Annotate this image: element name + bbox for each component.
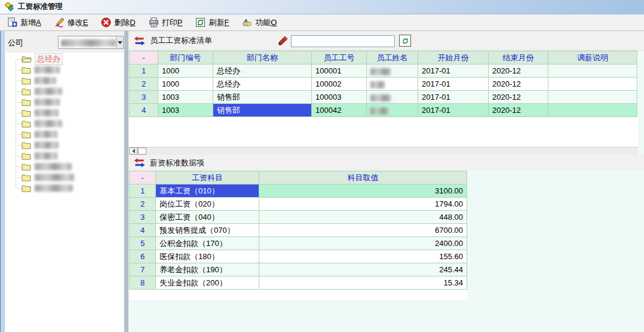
tree-item-blurred[interactable]: [5, 118, 124, 129]
table-row-selected: 1 基本工资（010） 3100.00: [130, 185, 467, 198]
cell-dept-code[interactable]: 1000: [158, 78, 213, 91]
cell-subject[interactable]: 养老金扣款（190）: [156, 263, 259, 276]
cell-salary-note[interactable]: [548, 78, 637, 91]
cell-subject[interactable]: 岗位工资（020）: [156, 198, 259, 211]
scrollbar-thumb[interactable]: [138, 147, 146, 155]
column-header-start-month[interactable]: 开始月份: [418, 51, 489, 64]
cell-end-month[interactable]: 2020-12: [489, 78, 548, 91]
cell-value[interactable]: 6700.00: [259, 224, 467, 237]
cell-emp-no[interactable]: 100042: [312, 104, 367, 117]
delete-button-label: 删除D: [114, 17, 135, 28]
function-button[interactable]: 功能O: [240, 16, 279, 30]
row-number[interactable]: 6: [130, 250, 156, 263]
row-number[interactable]: 5: [130, 237, 156, 250]
refresh-button[interactable]: 刷新F: [193, 16, 231, 30]
column-header-value[interactable]: 科目取值: [259, 171, 467, 185]
tree-item-blurred[interactable]: [5, 97, 124, 107]
company-combobox[interactable]: [58, 36, 124, 49]
tree-item-general-office[interactable]: 总经办: [5, 54, 124, 64]
column-header-salary-note[interactable]: 调薪说明: [548, 51, 637, 64]
tree-item-blurred[interactable]: [5, 150, 124, 161]
row-number[interactable]: 4: [130, 104, 158, 117]
chevron-down-icon[interactable]: [116, 36, 123, 48]
corner-header[interactable]: -: [130, 171, 156, 185]
column-header-emp-no[interactable]: 员工工号: [312, 51, 367, 64]
tree-item-blurred[interactable]: [5, 161, 124, 172]
print-button-label: 打印P: [162, 17, 183, 28]
row-number[interactable]: 8: [130, 276, 156, 290]
cell-subject[interactable]: 保密工资（040）: [156, 211, 259, 224]
tree-item-blurred[interactable]: [5, 129, 124, 140]
column-header-dept-name[interactable]: 部门名称: [213, 51, 312, 64]
cell-emp-no[interactable]: 100003: [312, 91, 367, 104]
cell-emp-name[interactable]: [367, 64, 418, 78]
cell-subject[interactable]: 预发销售提成（070）: [156, 224, 259, 237]
print-button[interactable]: 打印P: [146, 16, 185, 30]
row-number[interactable]: 1: [130, 64, 158, 78]
row-number[interactable]: 4: [130, 224, 156, 237]
cell-dept-name[interactable]: 总经办: [213, 64, 312, 78]
cell-value[interactable]: 245.44: [259, 263, 467, 276]
cell-end-month[interactable]: 2020-12: [489, 104, 548, 117]
cell-value[interactable]: 15.34: [259, 276, 467, 290]
column-header-subject[interactable]: 工资科目: [156, 171, 259, 185]
cell-value[interactable]: 155.60: [259, 250, 467, 263]
cell-start-month[interactable]: 2017-01: [418, 78, 489, 91]
cell-value[interactable]: 3100.00: [259, 185, 467, 198]
corner-header[interactable]: -: [130, 51, 158, 64]
search-refresh-button[interactable]: [399, 35, 411, 47]
tree-item-blurred[interactable]: [5, 183, 124, 193]
delete-button[interactable]: 删除D: [99, 16, 137, 30]
cell-start-month[interactable]: 2017-01: [418, 104, 489, 117]
scroll-left-arrow-icon[interactable]: [129, 147, 137, 155]
row-number[interactable]: 1: [130, 185, 156, 198]
cell-salary-note[interactable]: [548, 91, 637, 104]
cell-emp-no[interactable]: 100002: [312, 78, 367, 91]
cell-dept-name-selected[interactable]: 销售部: [213, 104, 312, 117]
cell-dept-code[interactable]: 1003: [158, 104, 213, 117]
cell-value[interactable]: 1794.00: [259, 198, 467, 211]
cell-subject[interactable]: 失业金扣款（200）: [156, 276, 259, 290]
horizontal-scrollbar[interactable]: [129, 147, 638, 155]
tree-item-blurred[interactable]: [5, 64, 124, 75]
cell-subject-selected[interactable]: 基本工资（010）: [156, 185, 259, 198]
cell-emp-name[interactable]: [367, 91, 418, 104]
tree-item-blurred[interactable]: [5, 86, 124, 97]
table-row: 2 岗位工资（020） 1794.00: [130, 198, 467, 211]
table-row: 4 预发销售提成（070） 6700.00: [130, 224, 467, 237]
cell-dept-name[interactable]: 销售部: [213, 91, 312, 104]
fuzzy-search-input[interactable]: [291, 35, 395, 47]
tree-item-blurred[interactable]: [5, 172, 124, 183]
tree-item-blurred[interactable]: [5, 107, 124, 118]
row-number[interactable]: 2: [130, 198, 156, 211]
column-header-dept-code[interactable]: 部门编号: [158, 51, 213, 64]
cell-dept-name[interactable]: 总经办: [213, 78, 312, 91]
cell-value[interactable]: 2400.00: [259, 237, 467, 250]
add-button[interactable]: 新增A: [5, 16, 44, 30]
cell-salary-note[interactable]: [548, 104, 637, 117]
tree-item-blurred[interactable]: [5, 140, 124, 150]
tree-item-blurred[interactable]: [5, 75, 124, 86]
cell-emp-no[interactable]: 100001: [312, 64, 367, 78]
title-bar: 工资标准管理: [0, 0, 644, 14]
cell-start-month[interactable]: 2017-01: [418, 64, 489, 78]
cell-emp-name[interactable]: [367, 104, 418, 117]
cell-value[interactable]: 448.00: [259, 211, 467, 224]
cell-emp-name[interactable]: [367, 78, 418, 91]
cell-salary-note[interactable]: [548, 64, 637, 78]
cell-subject[interactable]: 医保扣款（180）: [156, 250, 259, 263]
cell-dept-code[interactable]: 1000: [158, 64, 213, 78]
cell-subject[interactable]: 公积金扣款（170）: [156, 237, 259, 250]
row-number[interactable]: 7: [130, 263, 156, 276]
cell-end-month[interactable]: 2020-12: [489, 91, 548, 104]
column-header-end-month[interactable]: 结束月份: [489, 51, 548, 64]
row-number[interactable]: 2: [130, 78, 158, 91]
cell-start-month[interactable]: 2017-01: [418, 91, 489, 104]
cell-dept-code[interactable]: 1003: [158, 91, 213, 104]
edit-button[interactable]: 修改E: [52, 16, 91, 30]
panel-splitter[interactable]: [124, 31, 128, 332]
cell-end-month[interactable]: 2020-12: [489, 64, 548, 78]
row-number[interactable]: 3: [130, 91, 158, 104]
row-number[interactable]: 3: [130, 211, 156, 224]
column-header-emp-name[interactable]: 员工姓名: [367, 51, 418, 64]
